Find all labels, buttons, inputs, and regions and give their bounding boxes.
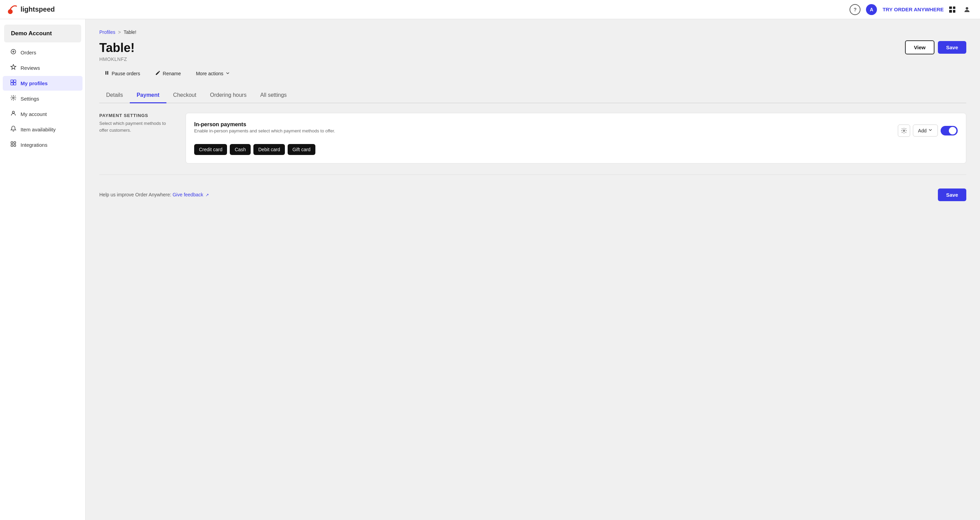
card-desc: Enable in-person payments and select whi… — [194, 128, 335, 135]
svg-rect-10 — [11, 142, 13, 143]
save-button-bottom[interactable]: Save — [938, 189, 966, 201]
page-subtitle: HMOKLNFZ — [99, 56, 135, 62]
page-footer: Help us improve Order Anywhere: Give fee… — [99, 185, 966, 201]
main-content: Profiles > Table! Table! HMOKLNFZ View S… — [86, 19, 980, 520]
profile-icon[interactable] — [961, 3, 973, 16]
pause-orders-button[interactable]: Pause orders — [99, 67, 145, 80]
svg-rect-6 — [11, 83, 13, 85]
settings-icon — [10, 95, 17, 103]
pause-icon — [104, 70, 110, 77]
view-button[interactable]: View — [905, 40, 934, 54]
apps-grid-icon[interactable] — [949, 6, 955, 13]
lightspeed-logo-icon — [7, 4, 18, 15]
more-actions-button[interactable]: More actions — [191, 68, 235, 79]
chevron-down-icon-add — [928, 128, 933, 133]
tab-all-settings[interactable]: All settings — [253, 88, 293, 103]
account-avatar-icon[interactable]: A — [866, 4, 877, 15]
svg-point-1 — [966, 7, 968, 9]
header-actions: View Save — [905, 40, 966, 54]
payment-tag-gift-card[interactable]: Gift card — [288, 144, 315, 155]
page-title-group: Table! HMOKLNFZ — [99, 40, 135, 62]
card-controls: Add — [898, 125, 958, 137]
sidebar-account: Demo Account — [4, 25, 81, 43]
give-feedback-link[interactable]: Give feedback — [173, 192, 204, 197]
svg-point-9 — [12, 111, 14, 113]
section-label-desc: Select which payment methods to offer cu… — [99, 120, 175, 133]
svg-rect-13 — [14, 145, 16, 146]
section-label: PAYMENT SETTINGS Select which payment me… — [99, 113, 175, 163]
sidebar-item-settings[interactable]: Settings — [3, 91, 83, 106]
tab-payment[interactable]: Payment — [130, 88, 166, 103]
more-actions-label: More actions — [196, 71, 223, 76]
card-header: In-person payments Enable in-person paym… — [194, 122, 958, 140]
action-row: Pause orders Rename More actions — [99, 67, 966, 80]
rename-label: Rename — [163, 71, 181, 76]
sidebar-item-label: My account — [21, 111, 47, 117]
my-account-icon — [10, 110, 17, 118]
sidebar-item-orders[interactable]: Orders — [3, 45, 83, 60]
my-profiles-icon — [10, 79, 17, 87]
integrations-icon — [10, 141, 17, 149]
sidebar-item-my-account[interactable]: My account — [3, 107, 83, 122]
try-order-anywhere-link[interactable]: TRY ORDER ANYWHERE — [882, 6, 944, 12]
content-divider — [99, 174, 966, 175]
topnav: lightspeed ? A TRY ORDER ANYWHERE — [0, 0, 980, 19]
svg-rect-7 — [14, 83, 16, 85]
sidebar-item-label: Integrations — [21, 142, 47, 148]
svg-rect-11 — [14, 142, 16, 143]
svg-marker-3 — [11, 65, 16, 70]
help-icon[interactable]: ? — [850, 4, 861, 15]
svg-point-8 — [13, 97, 14, 99]
breadcrumb-parent-link[interactable]: Profiles — [99, 29, 115, 35]
rename-button[interactable]: Rename — [150, 67, 186, 80]
breadcrumb-current: Table! — [124, 29, 136, 35]
card-title: In-person payments — [194, 122, 335, 128]
sidebar-item-label: Orders — [21, 49, 36, 55]
pause-orders-label: Pause orders — [111, 71, 140, 76]
payment-tag-credit-card[interactable]: Credit card — [194, 144, 227, 155]
sidebar-item-label: My profiles — [21, 81, 48, 86]
svg-rect-5 — [14, 80, 16, 82]
svg-rect-15 — [107, 71, 108, 75]
page-title: Table! — [99, 40, 135, 55]
sidebar: Demo Account Orders Reviews My profiles … — [0, 19, 86, 520]
svg-point-0 — [8, 9, 13, 14]
rename-icon — [155, 70, 161, 77]
sidebar-item-label: Settings — [21, 96, 39, 101]
tabs: Details Payment Checkout Ordering hours … — [99, 88, 966, 103]
page-header: Table! HMOKLNFZ View Save — [99, 40, 966, 62]
external-link-icon: ↗ — [205, 193, 209, 197]
section-label-title: PAYMENT SETTINGS — [99, 113, 175, 118]
add-label: Add — [918, 128, 927, 133]
item-availability-icon — [10, 125, 17, 133]
tab-ordering-hours[interactable]: Ordering hours — [203, 88, 253, 103]
topnav-right: ? A TRY ORDER ANYWHERE — [850, 3, 973, 16]
payment-tag-cash[interactable]: Cash — [230, 144, 251, 155]
payment-tag-debit-card[interactable]: Debit card — [253, 144, 285, 155]
svg-rect-4 — [11, 80, 13, 82]
breadcrumb: Profiles > Table! — [99, 29, 966, 35]
tab-details[interactable]: Details — [99, 88, 130, 103]
logo-text: lightspeed — [21, 5, 55, 13]
sidebar-item-label: Item availability — [21, 127, 56, 132]
payment-settings-section: PAYMENT SETTINGS Select which payment me… — [99, 113, 966, 163]
save-button-top[interactable]: Save — [938, 41, 966, 54]
svg-rect-14 — [105, 71, 107, 75]
sidebar-item-reviews[interactable]: Reviews — [3, 60, 83, 75]
svg-point-16 — [903, 130, 905, 132]
payment-card: In-person payments Enable in-person paym… — [186, 113, 966, 163]
reviews-icon — [10, 64, 17, 72]
card-title-group: In-person payments Enable in-person paym… — [194, 122, 335, 140]
sidebar-item-item-availability[interactable]: Item availability — [3, 122, 83, 137]
gear-settings-button[interactable] — [898, 125, 910, 137]
logo[interactable]: lightspeed — [7, 4, 850, 15]
sidebar-item-integrations[interactable]: Integrations — [3, 138, 83, 152]
add-dropdown-button[interactable]: Add — [913, 125, 938, 136]
in-person-payments-toggle[interactable] — [940, 126, 958, 135]
svg-rect-12 — [11, 145, 13, 146]
app-layout: Demo Account Orders Reviews My profiles … — [0, 19, 980, 520]
sidebar-item-label: Reviews — [21, 65, 40, 71]
sidebar-item-my-profiles[interactable]: My profiles — [3, 76, 83, 90]
tab-checkout[interactable]: Checkout — [166, 88, 204, 103]
orders-icon — [10, 49, 17, 56]
